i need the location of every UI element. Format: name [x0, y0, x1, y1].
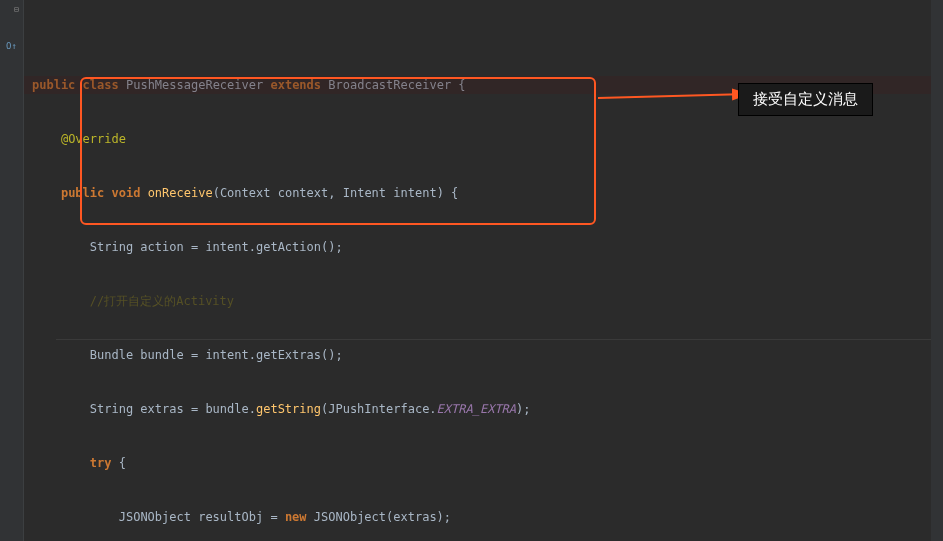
- code-line[interactable]: @Override: [24, 130, 943, 148]
- code-line[interactable]: //打开自定义的Activity: [24, 292, 943, 310]
- separator-line: [56, 339, 931, 340]
- fold-icon[interactable]: ⊟: [14, 5, 19, 14]
- override-icon[interactable]: O↑: [6, 41, 17, 51]
- svg-line-0: [598, 94, 748, 98]
- annotation-callout: 接受自定义消息: [738, 83, 873, 116]
- gutter: ⊟ O↑: [0, 0, 24, 541]
- callout-text: 接受自定义消息: [753, 90, 858, 107]
- code-line[interactable]: String action = intent.getAction();: [24, 238, 943, 256]
- code-editor[interactable]: ⊟ O↑ public class PushMessageReceiver ex…: [0, 0, 943, 541]
- code-line[interactable]: Bundle bundle = intent.getExtras();: [24, 346, 943, 364]
- code-line[interactable]: try {: [24, 454, 943, 472]
- annotation-box: [80, 77, 596, 225]
- code-line[interactable]: String extras = bundle.getString(JPushIn…: [24, 400, 943, 418]
- code-line[interactable]: public void onReceive(Context context, I…: [24, 184, 943, 202]
- code-line[interactable]: JSONObject resultObj = new JSONObject(ex…: [24, 508, 943, 526]
- scroll-track[interactable]: [931, 0, 943, 541]
- code-area[interactable]: public class PushMessageReceiver extends…: [24, 0, 943, 541]
